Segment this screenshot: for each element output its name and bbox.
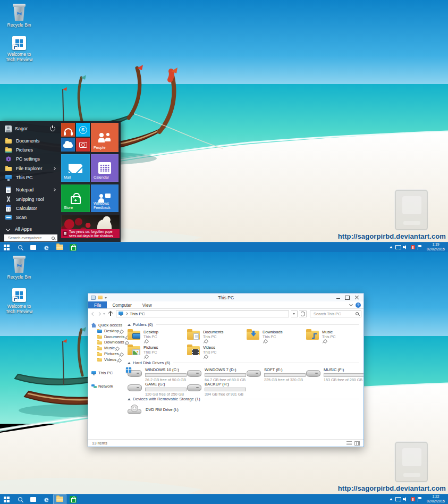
nav-this-pc[interactable]: This PC xyxy=(91,370,124,376)
group-header-folders[interactable]: Folders (6) xyxy=(128,322,359,327)
start-button[interactable] xyxy=(0,242,13,253)
help-icon[interactable]: ? xyxy=(356,303,361,308)
taskbar-clock[interactable]: 1:2202/02/2015 xyxy=(425,494,446,504)
action-center-flag-icon[interactable] xyxy=(418,245,422,250)
up-button[interactable] xyxy=(108,311,113,316)
details-view-button[interactable] xyxy=(346,441,352,446)
maximize-button[interactable] xyxy=(343,294,352,301)
folder-item[interactable]: Pictures This PC xyxy=(128,345,187,359)
start-menu-item-calculator[interactable]: Calculator xyxy=(0,204,60,213)
start-menu-item-snipping-tool[interactable]: Snipping Tool xyxy=(0,195,60,204)
desktop-icon-welcome[interactable]: Welcome to Tech Preview xyxy=(3,36,35,62)
folder-item[interactable]: Documents This PC xyxy=(187,329,247,343)
recent-locations-chevron[interactable] xyxy=(103,313,105,316)
tile-windows-feedback[interactable]: Windows Feedback xyxy=(91,184,119,212)
tab-view[interactable]: View xyxy=(137,301,157,308)
start-menu-item-pictures[interactable]: Pictures xyxy=(0,145,60,154)
show-hidden-icons-chevron[interactable] xyxy=(390,497,393,500)
start-menu-item-documents[interactable]: Documents xyxy=(0,136,60,145)
folder-item[interactable]: Downloads This PC xyxy=(247,329,306,343)
security-alert-icon[interactable] xyxy=(411,245,415,249)
start-menu-item-file-explorer[interactable]: File Explorer xyxy=(0,164,60,173)
drive-item[interactable]: WINDOWS 7 (D:) 64.7 GB free of 80.0 GB xyxy=(187,367,247,381)
folder-item[interactable]: Music This PC xyxy=(306,329,364,343)
folder-item[interactable]: Desktop This PC xyxy=(128,329,187,343)
folder-icon[interactable] xyxy=(98,296,103,299)
tab-file[interactable]: File xyxy=(88,301,107,308)
nav-quick-access[interactable]: Quick access xyxy=(91,322,124,328)
desktop-icon-welcome[interactable]: Welcome to Tech Preview xyxy=(3,288,35,314)
forward-button[interactable] xyxy=(97,312,102,316)
desktop-icon-label: Welcome to Tech Preview xyxy=(3,52,35,62)
explorer-search-input[interactable] xyxy=(312,311,354,317)
user-avatar[interactable] xyxy=(5,125,12,132)
chevron-down-icon[interactable] xyxy=(105,297,107,300)
volume-icon[interactable] xyxy=(403,497,408,502)
tile-headphones[interactable] xyxy=(61,123,75,137)
tile-mail[interactable]: Mail xyxy=(61,154,90,182)
tile-calendar[interactable]: Calendar xyxy=(91,154,119,182)
group-header-removable[interactable]: Devices with Removable Storage (1) xyxy=(128,397,359,401)
minimize-button[interactable] xyxy=(334,294,343,301)
close-button[interactable] xyxy=(352,294,361,301)
taskbar-internet-explorer[interactable]: e xyxy=(40,494,53,504)
taskbar-file-explorer[interactable] xyxy=(53,242,66,253)
volume-icon[interactable] xyxy=(403,245,408,250)
drive-item[interactable]: MUSIC (F:) 153 GB free of 280 GB xyxy=(306,367,364,381)
back-button[interactable] xyxy=(90,312,95,316)
tile-onedrive[interactable] xyxy=(61,138,75,152)
title-bar[interactable]: This PC xyxy=(88,293,364,301)
taskbar-file-explorer-active[interactable] xyxy=(53,494,66,504)
breadcrumb[interactable]: This PC xyxy=(116,310,289,317)
nav-item[interactable]: Music xyxy=(91,345,124,351)
expand-ribbon-chevron[interactable] xyxy=(349,303,353,306)
nav-item[interactable]: Pictures xyxy=(91,351,124,357)
tile-news[interactable]: Two years on: forgotten pope sees out da… xyxy=(61,215,120,238)
task-view-button[interactable] xyxy=(27,242,40,253)
tab-computer[interactable]: Computer xyxy=(107,301,137,308)
tile-skype[interactable]: S xyxy=(76,123,90,137)
taskbar-store[interactable] xyxy=(66,242,80,253)
start-button[interactable] xyxy=(0,494,13,504)
desktop-icon-recycle-bin[interactable]: Recycle Bin xyxy=(3,256,35,280)
taskbar-search-button[interactable] xyxy=(13,242,27,253)
network-icon[interactable] xyxy=(395,497,400,501)
dvd-drive-item[interactable]: DVD RW Drive (I:) xyxy=(128,404,359,415)
drive-item[interactable]: WINDOWS 10 (C:) 26.2 GB free of 50.0 GB xyxy=(128,367,187,381)
folder-item[interactable]: Videos This PC xyxy=(187,345,247,359)
group-header-drives[interactable]: Hard Disk Drives (6) xyxy=(128,360,359,365)
tile-store[interactable]: Store xyxy=(61,184,90,212)
security-alert-icon[interactable] xyxy=(411,497,415,501)
task-view-button[interactable] xyxy=(27,494,40,504)
desktop-icon-recycle-bin[interactable]: Recycle Bin xyxy=(3,4,35,28)
search-icon[interactable] xyxy=(356,312,359,315)
refresh-button[interactable] xyxy=(299,310,307,317)
start-menu-item-pc-settings[interactable]: PC settings xyxy=(0,155,60,164)
taskbar-search-button[interactable] xyxy=(13,494,27,504)
drive-item[interactable]: GAME (G:) 120 GB free of 250 GB xyxy=(128,382,187,395)
nav-item[interactable]: Documents xyxy=(91,334,124,340)
drive-item[interactable]: BACKUP (H:) 394 GB free of 931 GB xyxy=(187,382,247,395)
network-icon[interactable] xyxy=(395,245,400,249)
taskbar-internet-explorer[interactable]: e xyxy=(40,242,53,253)
nav-item[interactable]: Desktop xyxy=(91,328,124,334)
start-menu-item-this-pc[interactable]: This PC xyxy=(0,173,60,182)
taskbar-clock[interactable]: 1:1902/02/2015 xyxy=(425,242,446,252)
all-apps-button[interactable]: All Apps xyxy=(0,225,60,233)
tile-people[interactable]: People xyxy=(91,123,119,152)
address-dropdown-button[interactable] xyxy=(291,310,298,317)
action-center-flag-icon[interactable] xyxy=(418,497,422,502)
power-icon[interactable] xyxy=(50,126,55,131)
search-icon[interactable] xyxy=(52,237,55,240)
nav-network[interactable]: Network xyxy=(91,383,124,389)
tile-camera[interactable] xyxy=(76,138,90,152)
drive-item[interactable]: SOFT (E:) 225 GB free of 320 GB xyxy=(247,367,306,381)
start-menu-item-scan[interactable]: Scan xyxy=(0,213,60,222)
nav-item[interactable]: Videos xyxy=(91,357,124,363)
start-search-input[interactable] xyxy=(7,235,50,241)
show-hidden-icons-chevron[interactable] xyxy=(390,245,393,248)
taskbar-store[interactable] xyxy=(66,494,80,504)
icons-view-button[interactable] xyxy=(354,441,360,446)
start-menu-item-notepad[interactable]: Notepad xyxy=(0,185,60,194)
nav-item[interactable]: Downloads xyxy=(91,340,124,346)
